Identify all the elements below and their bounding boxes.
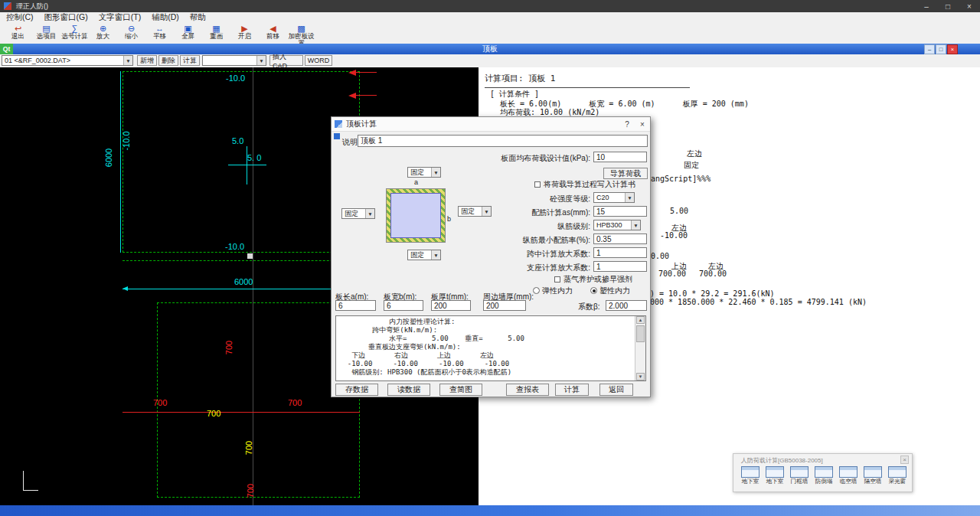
palette-close-button[interactable]: ×	[900, 456, 909, 464]
menu-text-window[interactable]: 文字窗口(T)	[99, 12, 141, 23]
dim-label: -10.0	[226, 73, 245, 83]
chevron-down-icon[interactable]: ▼	[482, 207, 491, 216]
toolbar-select-project[interactable]: ▤ 选项目	[33, 24, 60, 40]
edge-top-combo[interactable]: 固定 ▼	[407, 167, 441, 178]
edge-bottom-value: 固定	[408, 250, 431, 260]
mdi-restore-button[interactable]: □	[936, 44, 946, 54]
rebar-combo[interactable]: HPB300 ▼	[593, 220, 641, 230]
file-select-combo[interactable]: 01 <&RF_0002.DAT> ▼	[2, 55, 133, 66]
steam-label[interactable]: 蒸气养护或掺早强剂	[564, 274, 632, 285]
grip-point[interactable]	[247, 253, 253, 259]
palette-item-basement-wall[interactable]: 地下室	[763, 466, 786, 485]
calculate-button[interactable]: 计算	[555, 384, 589, 396]
derive-load-button[interactable]: 导算荷载	[603, 168, 648, 179]
scroll-thumb[interactable]	[636, 325, 645, 342]
secondary-combo[interactable]: ▼	[202, 55, 266, 66]
concrete-combo[interactable]: C20 ▼	[593, 192, 635, 203]
dialog-titlebar[interactable]: 顶板计算 ? ×	[332, 117, 650, 132]
read-data-button[interactable]: 读数据	[387, 384, 430, 396]
write-calc-label[interactable]: 将荷载导算过程写入计算书	[544, 179, 635, 190]
insert-cad-button[interactable]: 插入CAD	[270, 55, 303, 66]
wall-input[interactable]: 200	[483, 300, 526, 311]
window-title: 理正人防()	[16, 2, 48, 11]
close-button[interactable]: ×	[959, 2, 980, 11]
palette-item-skylight[interactable]: 采光窗	[886, 466, 909, 485]
chevron-down-icon[interactable]: ▼	[256, 56, 266, 65]
scroll-up-icon[interactable]: ▲	[636, 316, 645, 324]
thick-input[interactable]: 200	[431, 300, 471, 311]
minimize-button[interactable]: –	[916, 2, 937, 11]
load-input[interactable]: 10	[593, 152, 647, 162]
palette-item-airspace-wall[interactable]: 临空墙	[837, 466, 860, 485]
palette-item-label: 防倒塌	[815, 478, 833, 485]
mdi-close-button[interactable]: ×	[947, 44, 958, 54]
toolbar-label: 开启	[238, 33, 251, 40]
return-button[interactable]: 返回	[599, 384, 633, 396]
support-input[interactable]: 1	[593, 261, 647, 272]
dim-label: -10.0	[122, 131, 131, 150]
dialog-close-button[interactable]: ×	[635, 120, 650, 129]
toolbar-select-calc[interactable]: ∑ 选号计算	[61, 24, 88, 40]
toolbar-pan[interactable]: ↔ 平移	[146, 24, 173, 40]
menu-help[interactable]: 帮助	[190, 12, 206, 23]
save-data-button[interactable]: 存数据	[335, 384, 378, 396]
report-section: [ 计算条件 ]	[490, 89, 539, 100]
edge-right-combo[interactable]: 固定 ▼	[458, 206, 492, 217]
red-leader-line	[355, 95, 377, 96]
chevron-down-icon[interactable]: ▼	[625, 193, 634, 202]
maximize-button[interactable]: □	[937, 2, 959, 11]
toolbar-forward[interactable]: ◀ 前移	[260, 24, 286, 40]
midspan-input[interactable]: 1	[593, 247, 647, 258]
edge-left-combo[interactable]: 固定 ▼	[341, 208, 375, 219]
as-input[interactable]: 15	[593, 206, 647, 217]
door-frame-wall-icon	[790, 466, 808, 478]
chevron-down-icon[interactable]: ▼	[631, 220, 640, 230]
calc-button[interactable]: 计算	[180, 55, 200, 66]
elastic-label[interactable]: 弹性内力	[542, 286, 573, 296]
chevron-down-icon[interactable]: ▼	[431, 168, 440, 177]
elastic-radio[interactable]	[533, 287, 540, 294]
menu-control[interactable]: 控制(C)	[6, 12, 34, 23]
new-button[interactable]: 新增	[137, 55, 157, 66]
result-scrollbar[interactable]: ▲ ▼	[635, 316, 645, 380]
grid-rect	[157, 302, 360, 498]
toolbar-exit[interactable]: ↩ 退出	[5, 24, 31, 40]
toolbar-open[interactable]: ▶ 开启	[231, 24, 258, 40]
mdi-minimize-button[interactable]: –	[924, 44, 935, 54]
help-button[interactable]: ?	[619, 120, 635, 129]
toolbar-zoom-out[interactable]: ⊖ 缩小	[118, 24, 145, 40]
chevron-down-icon[interactable]: ▼	[365, 209, 374, 218]
scroll-down-icon[interactable]: ▼	[636, 373, 645, 380]
beta-input[interactable]: 2.000	[606, 300, 647, 311]
toolbar-encrypt-settings[interactable]: ▩ 加密板设置	[288, 24, 315, 46]
palette-item-partition-wall[interactable]: 隔空墙	[861, 466, 884, 485]
chevron-down-icon[interactable]: ▼	[431, 250, 440, 260]
chevron-down-icon[interactable]: ▼	[123, 56, 132, 65]
palette-item-door-frame-wall[interactable]: 门框墙	[788, 466, 811, 485]
partition-wall-icon	[864, 466, 882, 478]
view-diagram-button[interactable]: 查简图	[439, 384, 482, 396]
desc-input[interactable]: 顶板 1	[358, 135, 648, 147]
len-input[interactable]: 6	[335, 300, 376, 311]
toolbar-redraw[interactable]: ▦ 重画	[203, 24, 230, 40]
palette-item-collapse-proof[interactable]: 防倒塌	[812, 466, 835, 485]
minratio-input[interactable]: 0.35	[593, 234, 647, 244]
delete-button[interactable]: 删除	[158, 55, 178, 66]
width-input[interactable]: 6	[384, 300, 423, 311]
toolbar-fullscreen[interactable]: ▣ 全屏	[175, 24, 201, 40]
palette-item-basement-roof[interactable]: 地下室	[739, 466, 762, 485]
toolbar-zoom-in[interactable]: ⊕ 放大	[90, 24, 116, 40]
edge-bottom-combo[interactable]: 固定 ▼	[407, 250, 441, 260]
word-button[interactable]: WORD	[305, 55, 332, 66]
menu-assist[interactable]: 辅助(D)	[152, 12, 179, 23]
plastic-radio[interactable]	[590, 287, 597, 294]
view-report-button[interactable]: 查报表	[506, 384, 549, 396]
crosshair-cursor	[247, 146, 247, 185]
write-calc-checkbox[interactable]	[534, 181, 541, 188]
plastic-label[interactable]: 塑性内力	[599, 286, 630, 296]
mdi-controls: – □ ×	[924, 44, 958, 54]
dialog-title: 顶板计算	[346, 119, 377, 129]
construction-line	[253, 67, 253, 505]
menu-graphic-window[interactable]: 图形窗口(G)	[44, 12, 88, 23]
steam-checkbox[interactable]	[554, 276, 560, 282]
